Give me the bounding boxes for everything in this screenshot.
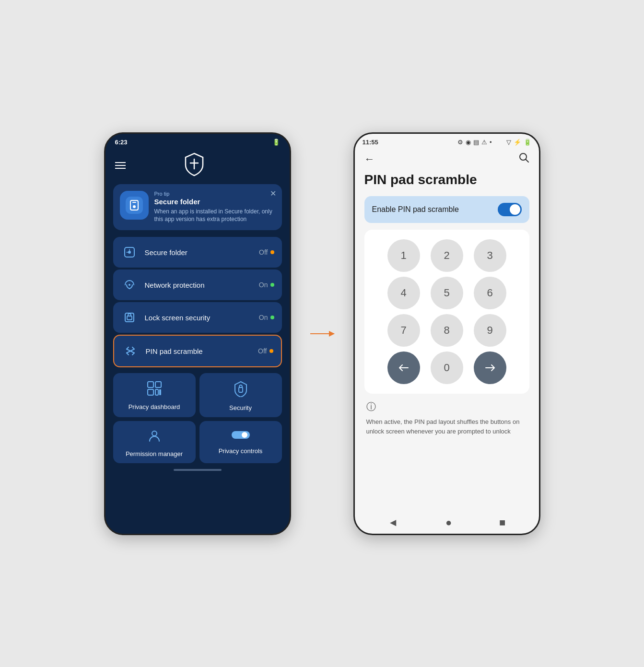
pin-key-4[interactable]: 4	[387, 277, 420, 309]
status-bar-2: 11:55 ⚙ ◉ ▤ ⚠ • ▽ ⚡ 🔋	[355, 134, 539, 149]
menu-item-pin-pad-scramble[interactable]: PIN pad scramble Off	[113, 335, 282, 367]
recent-nav-button[interactable]: ■	[499, 516, 505, 529]
pin-pad-scramble-status-text: Off	[258, 347, 267, 355]
pin-key-9[interactable]: 9	[474, 314, 506, 347]
pro-tip-label: Pro tip	[154, 191, 275, 197]
permission-manager-label: Permission manager	[126, 450, 183, 457]
lock-screen-icon	[121, 309, 138, 326]
pin-key-backspace[interactable]	[387, 351, 420, 384]
network-protection-status-dot	[270, 283, 274, 287]
lock-screen-status-text: On	[259, 314, 268, 321]
pin-pad-scramble-icon	[122, 342, 139, 360]
battery-icon-2: 🔋	[524, 139, 531, 146]
pin-pad-scramble-label: PIN pad scramble	[146, 347, 252, 355]
top-nav-1	[105, 149, 290, 184]
toggle-row: Enable PIN pad scramble	[364, 196, 529, 223]
pin-pad-container: 1 2 3 4 5 6 7 8 9 0	[364, 230, 529, 394]
time-display-2: 11:55	[363, 139, 378, 146]
pin-key-enter[interactable]	[474, 351, 506, 384]
gear-icon: ⚙	[457, 139, 463, 146]
network-protection-status-text: On	[259, 281, 268, 289]
svg-rect-6	[125, 313, 134, 322]
arrow-shaft	[310, 333, 334, 334]
svg-rect-9	[155, 382, 161, 387]
pin-key-2[interactable]: 2	[431, 239, 463, 272]
security-label: Security	[229, 404, 252, 411]
svg-point-14	[152, 431, 157, 436]
location-icon: ◉	[466, 139, 471, 146]
back-nav-button[interactable]: ◄	[388, 516, 398, 529]
signal-icon: ⚡	[514, 139, 521, 146]
search-button[interactable]	[519, 152, 529, 166]
svg-point-2	[133, 205, 136, 208]
info-section: ⓘ When active, the PIN pad layout shuffl…	[364, 400, 529, 436]
screens-container: 6:23 🔋	[104, 132, 540, 535]
hamburger-menu[interactable]	[115, 162, 126, 169]
top-nav-2: ←	[355, 149, 539, 172]
menu-item-lock-screen-security[interactable]: Lock screen security On	[113, 302, 282, 333]
network-protection-label: Network protection	[145, 281, 252, 289]
menu-item-secure-folder[interactable]: Secure folder Off	[113, 237, 282, 268]
pin-key-8[interactable]: 8	[431, 314, 463, 347]
svg-point-16	[242, 432, 247, 438]
grid-item-permission-manager[interactable]: Permission manager	[113, 421, 196, 463]
toggle-label: Enable PIN pad scramble	[372, 205, 459, 214]
pin-key-6[interactable]: 6	[474, 277, 506, 309]
pin-key-0[interactable]: 0	[431, 351, 463, 384]
toggle-switch[interactable]	[498, 203, 522, 216]
grid-item-privacy-controls[interactable]: Privacy controls	[199, 421, 282, 463]
svg-rect-13	[239, 387, 243, 392]
privacy-dashboard-label: Privacy dashboard	[129, 403, 180, 410]
secure-folder-status-dot	[270, 250, 274, 254]
lock-screen-label: Lock screen security	[145, 314, 252, 322]
pin-grid: 1 2 3 4 5 6 7 8 9 0	[385, 239, 509, 384]
permission-manager-icon	[147, 429, 162, 446]
pro-tip-icon-wrap	[120, 191, 149, 220]
page-content: PIN pad scramble Enable PIN pad scramble…	[355, 172, 539, 510]
security-icon	[234, 381, 248, 400]
sd-card-icon: ▤	[473, 139, 479, 146]
pin-pad-scramble-status: Off	[258, 347, 273, 355]
info-icon: ⓘ	[366, 400, 527, 413]
pin-key-3[interactable]: 3	[474, 239, 506, 272]
home-indicator	[105, 463, 290, 474]
back-button[interactable]: ←	[364, 153, 375, 165]
pro-tip-title: Secure folder	[154, 198, 275, 206]
wifi-icon: ▽	[506, 139, 511, 146]
phone-security-app: 6:23 🔋	[104, 132, 291, 535]
shield-logo	[184, 152, 205, 178]
pro-tip-banner: Pro tip Secure folder When an app is ins…	[113, 184, 282, 231]
pin-pad-scramble-status-dot	[269, 349, 273, 353]
pin-key-7[interactable]: 7	[387, 314, 420, 347]
close-button[interactable]: ✕	[270, 189, 276, 198]
lock-screen-status: On	[259, 314, 274, 321]
battery-icon: 🔋	[272, 139, 280, 146]
grid-item-security[interactable]: Security	[199, 373, 282, 417]
svg-rect-7	[127, 316, 132, 320]
secure-folder-label: Secure folder	[145, 248, 253, 257]
page-title: PIN pad scramble	[364, 172, 529, 188]
pin-key-1[interactable]: 1	[387, 239, 420, 272]
svg-point-5	[129, 284, 130, 286]
secure-folder-status: Off	[259, 248, 274, 256]
arrow-head	[329, 331, 335, 337]
home-nav-button[interactable]: ●	[445, 516, 452, 529]
network-protection-icon	[121, 276, 138, 293]
secure-folder-status-text: Off	[259, 248, 268, 256]
bottom-grid: Privacy dashboard Security	[105, 367, 290, 463]
time-display: 6:23	[115, 139, 128, 146]
phone-pin-pad-detail: 11:55 ⚙ ◉ ▤ ⚠ • ▽ ⚡ 🔋 ←	[353, 132, 540, 535]
status-bar-1: 6:23 🔋	[105, 134, 290, 149]
pin-key-5[interactable]: 5	[431, 277, 463, 309]
arrow-connector	[310, 333, 334, 334]
svg-rect-12	[159, 389, 161, 395]
grid-item-privacy-dashboard[interactable]: Privacy dashboard	[113, 373, 196, 417]
menu-items-list: Secure folder Off Network	[105, 237, 290, 367]
hamburger-line-3	[115, 168, 126, 169]
privacy-controls-icon	[231, 429, 250, 444]
svg-rect-8	[148, 382, 153, 387]
menu-item-network-protection[interactable]: Network protection On	[113, 269, 282, 300]
home-bar	[174, 469, 222, 471]
secure-folder-icon	[121, 244, 138, 261]
hamburger-line-2	[115, 165, 126, 166]
